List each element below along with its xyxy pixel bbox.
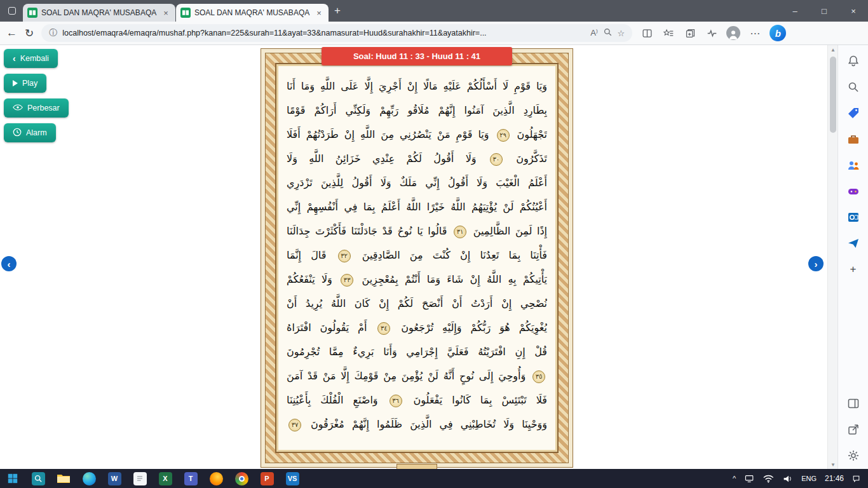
wifi-icon[interactable] — [763, 475, 775, 483]
people-icon[interactable] — [846, 158, 860, 172]
minimize-button[interactable]: – — [780, 0, 810, 22]
search-button[interactable] — [25, 469, 51, 488]
alarm-label: Alarm — [26, 128, 47, 137]
kembali-label: Kembali — [20, 54, 49, 63]
scroll-up-icon[interactable]: ▲ — [828, 45, 838, 54]
soal-banner: Soal: Huud 11 : 33 - Huud 11 : 41 — [322, 47, 512, 65]
hidden-icons-chevron[interactable]: ^ — [733, 475, 736, 482]
new-tab-button[interactable]: + — [334, 4, 341, 17]
vscode-icon[interactable]: VS — [280, 469, 305, 488]
split-screen-icon[interactable] — [640, 26, 654, 40]
settings-gear-icon[interactable] — [846, 449, 860, 463]
notepad-icon[interactable] — [127, 469, 153, 488]
alarm-button[interactable]: Alarm — [4, 123, 56, 142]
mushaf-line: فَلَا تَبْتَئِسْ بِمَا كَانُوا يَفْعَلُو… — [287, 388, 547, 412]
workspaces-icon[interactable] — [4, 3, 20, 19]
quran-app-favicon — [27, 8, 37, 18]
shopping-tag-icon[interactable] — [846, 106, 860, 120]
collections-icon[interactable] — [683, 26, 697, 40]
mushaf-line: يُغْوِيَكُمْ هُوَ رَبُّكُمْ وَإِلَيْهِ ت… — [287, 316, 547, 340]
play-icon — [13, 80, 18, 86]
scroll-down-icon[interactable]: ▼ — [828, 460, 838, 469]
tab-close-icon[interactable]: × — [161, 8, 171, 18]
ayah-marker: ٣٢ — [338, 250, 351, 262]
more-options-icon[interactable]: ⋯ — [748, 26, 762, 40]
tab-strip: SOAL DAN MAQRA' MUSABAQA × SOAL DAN MAQR… — [0, 0, 868, 22]
profile-avatar[interactable] — [726, 26, 740, 40]
ayah-marker: ٣٣ — [341, 274, 353, 287]
mushaf-line: وَوَحْيِنَا وَلَا تُخَاطِبْنِي فِي الَّذ… — [287, 412, 547, 437]
chrome-icon[interactable] — [229, 469, 254, 488]
outlook-icon[interactable] — [846, 210, 860, 224]
tab-title: SOAL DAN MAQRA' MUSABAQA — [41, 8, 157, 17]
read-aloud-icon[interactable]: A) — [590, 28, 597, 37]
mushaf-line: تَجْهَلُونَ ٢٩ وَيَا قَوْمِ مَنْ يَنْصُر… — [287, 123, 547, 147]
ayah-marker: ٢٩ — [497, 129, 510, 142]
search-icon[interactable] — [846, 80, 860, 94]
action-center-icon[interactable] — [852, 475, 860, 483]
mushaf-line: أَعْلَمُ الْغَيْبَ وَلَا أَقُولُ إِنِّي … — [287, 171, 547, 195]
powerpoint-icon[interactable]: P — [254, 469, 280, 488]
perbesar-button[interactable]: Perbesar — [4, 98, 69, 118]
maximize-button[interactable]: □ — [810, 0, 839, 22]
prev-page-button[interactable]: ‹ — [1, 256, 17, 271]
firefox-icon[interactable] — [203, 469, 229, 488]
language-indicator[interactable]: ENG — [801, 475, 817, 482]
edge-icon[interactable] — [76, 469, 102, 488]
tools-briefcase-icon[interactable] — [846, 132, 860, 146]
kembali-button[interactable]: ‹ Kembali — [4, 49, 58, 68]
copilot-bing-icon[interactable]: b — [770, 25, 786, 41]
ayah-marker: ٣٧ — [288, 419, 301, 431]
scrollbar-thumb[interactable] — [830, 57, 836, 133]
file-explorer-icon[interactable] — [51, 469, 76, 488]
system-tray: ^ ENG 21:46 — [733, 474, 868, 483]
browser-toolbar: ← ↻ ⓘ localhost/emaqra4/emaqra/mushaf.ph… — [0, 22, 868, 45]
chevron-left-icon: ‹ — [13, 53, 16, 64]
page-scrollbar[interactable]: ▲ ▼ — [827, 45, 837, 469]
browser-tab-2-active[interactable]: SOAL DAN MAQRA' MUSABAQA × — [176, 4, 329, 22]
address-url[interactable]: localhost/emaqra4/emaqra/mushaf.php?kana… — [62, 29, 585, 37]
alerts-bell-icon[interactable] — [846, 54, 860, 68]
mushaf-line: بِطَارِدِ الَّذِينَ آمَنُوا إِنَّهُمْ مُ… — [287, 98, 547, 123]
favorites-icon[interactable] — [661, 26, 675, 40]
windows-taskbar: WXTPVS ^ ENG 21:46 — [0, 469, 868, 488]
next-page-button[interactable]: › — [808, 256, 824, 271]
sidebar-panel-icon[interactable] — [846, 396, 860, 410]
quran-app-favicon — [180, 8, 191, 18]
refresh-icon[interactable]: ↻ — [25, 27, 34, 40]
teams-icon[interactable]: T — [178, 469, 203, 488]
start-button[interactable] — [0, 469, 25, 488]
zoom-icon[interactable] — [603, 27, 613, 39]
mushaf-line: أَعْيُنُكُمْ لَنْ يُؤْتِيَهُمُ اللَّهُ خ… — [287, 195, 547, 219]
mushaf-line: نُصْحِي إِنْ أَرَدْتُ أَنْ أَنْصَحَ لَكُ… — [287, 292, 547, 316]
share-icon[interactable] — [846, 423, 860, 437]
games-icon[interactable] — [846, 184, 860, 198]
perbesar-label: Perbesar — [27, 104, 60, 112]
back-icon[interactable]: ← — [6, 27, 17, 39]
browser-essentials-icon[interactable] — [705, 26, 719, 40]
volume-icon[interactable] — [783, 475, 793, 483]
play-button[interactable]: Play — [4, 74, 46, 93]
close-button[interactable]: × — [839, 0, 868, 22]
browser-tab-1[interactable]: SOAL DAN MAQRA' MUSABAQA × — [23, 4, 175, 22]
ayah-marker: ٣٤ — [377, 322, 390, 335]
site-info-icon[interactable]: ⓘ — [49, 27, 57, 39]
add-favorite-icon[interactable]: ☆ — [618, 29, 625, 38]
tab-title: SOAL DAN MAQRA' MUSABAQA — [194, 8, 310, 17]
tab-close-icon[interactable]: × — [314, 8, 324, 18]
ayah-marker: ٣٥ — [532, 370, 545, 383]
address-bar[interactable]: ⓘ localhost/emaqra4/emaqra/mushaf.php?ka… — [41, 24, 632, 42]
mushaf-page: Soal: Huud 11 : 33 - Huud 11 : 41 وَيَا … — [261, 47, 573, 468]
network-icon[interactable] — [744, 475, 754, 483]
drop-icon[interactable] — [846, 236, 860, 250]
word-icon[interactable]: W — [102, 469, 127, 488]
excel-icon[interactable]: X — [153, 469, 178, 488]
ayah-marker: ٣١ — [454, 226, 466, 238]
eye-icon — [13, 104, 23, 112]
add-sidebar-icon[interactable]: + — [846, 262, 860, 276]
clock[interactable]: 21:46 — [825, 474, 844, 483]
mushaf-line: فَأْتِنَا بِمَا تَعِدُنَا إِنْ كُنْتَ مِ… — [287, 243, 547, 268]
mushaf-line: قُلْ إِنِ افْتَرَيْتُهُ فَعَلَيَّ إِجْرَ… — [287, 340, 547, 364]
mushaf-line: وَيَا قَوْمِ لَا أَسْأَلُكُمْ عَلَيْهِ م… — [287, 74, 547, 98]
window-controls: – □ × — [780, 0, 868, 22]
